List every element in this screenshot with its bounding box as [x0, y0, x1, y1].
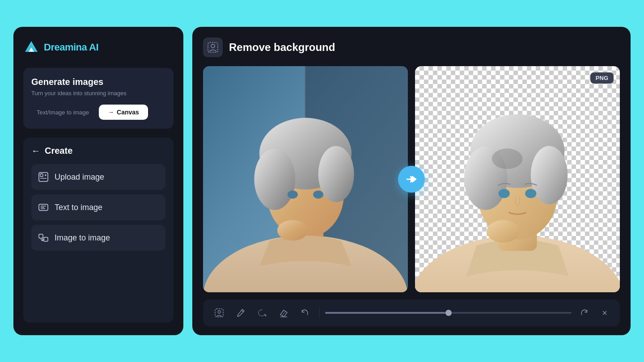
create-label: Create — [45, 146, 72, 156]
logo-icon — [23, 39, 39, 55]
remove-bg-icon — [203, 38, 223, 57]
close-button[interactable]: × — [597, 305, 613, 321]
portrait-right-svg — [415, 66, 620, 292]
brush-tool[interactable] — [232, 304, 250, 322]
undo-tool[interactable] — [296, 304, 314, 322]
panel-header: Remove background — [203, 38, 620, 57]
brush-size-slider[interactable] — [325, 312, 572, 314]
slider-fill — [325, 312, 449, 314]
forward-arrow-button[interactable] — [398, 166, 425, 193]
generate-card: Generate images Turn your ideas into stu… — [23, 68, 174, 129]
toolbar: × — [203, 299, 620, 326]
text-to-image-icon — [38, 202, 48, 212]
generate-card-subtitle: Turn your ideas into stunning images — [31, 90, 165, 97]
upload-image-label: Upload image — [55, 173, 104, 182]
right-panel: Remove background — [192, 27, 631, 335]
create-section: ← Create Upload image — [23, 138, 174, 323]
logo-text: Dreamina AI — [44, 42, 98, 53]
portrait-left-svg — [203, 66, 408, 292]
svg-point-25 — [318, 146, 354, 202]
svg-point-24 — [254, 148, 296, 210]
panel-title: Remove background — [229, 41, 335, 54]
redo-tool[interactable] — [575, 304, 593, 322]
menu-item-upload-image[interactable]: Upload image — [31, 164, 165, 190]
canvas-button[interactable]: → Canvas — [99, 105, 148, 120]
svg-point-35 — [492, 148, 523, 169]
png-badge: PNG — [590, 72, 614, 84]
svg-rect-40 — [215, 309, 223, 317]
lasso-tool[interactable] — [253, 304, 271, 322]
menu-item-image-to-image[interactable]: Image to image — [31, 225, 165, 251]
svg-rect-12 — [39, 234, 43, 238]
svg-point-26 — [288, 190, 298, 198]
create-header: ← Create — [31, 146, 165, 156]
svg-rect-4 — [40, 174, 43, 177]
upload-image-icon — [38, 172, 48, 182]
slider-thumb[interactable] — [445, 310, 452, 316]
eraser-tool[interactable] — [275, 304, 292, 322]
svg-point-34 — [531, 146, 568, 205]
main-container: Dreamina AI Generate images Turn your id… — [0, 0, 644, 362]
svg-line-45 — [282, 311, 285, 316]
svg-line-42 — [242, 310, 243, 312]
text-to-image-label: Text to image — [55, 203, 102, 212]
svg-point-36 — [499, 189, 510, 198]
after-image: PNG — [415, 66, 620, 292]
image-to-image-icon — [38, 233, 48, 243]
sidebar: Dreamina AI Generate images Turn your id… — [13, 27, 183, 335]
svg-point-27 — [313, 190, 323, 198]
person-select-tool[interactable] — [210, 304, 228, 322]
toolbar-separator — [319, 307, 320, 318]
card-buttons: Text/Image to image → Canvas — [31, 105, 165, 120]
text-image-button[interactable]: Text/Image to image — [31, 105, 94, 119]
svg-point-41 — [218, 311, 220, 313]
logo-area: Dreamina AI — [23, 39, 174, 55]
canvas-arrow-icon: → — [108, 109, 114, 116]
back-icon[interactable]: ← — [31, 146, 40, 156]
menu-item-text-to-image[interactable]: Text to image — [31, 194, 165, 220]
svg-point-37 — [525, 189, 536, 198]
svg-point-43 — [265, 315, 267, 316]
image-to-image-label: Image to image — [55, 233, 110, 243]
svg-point-16 — [211, 44, 215, 48]
svg-point-38 — [487, 220, 519, 243]
generate-card-title: Generate images — [31, 77, 165, 87]
images-area: PNG — [203, 66, 620, 292]
before-image — [203, 66, 408, 292]
svg-point-28 — [277, 220, 308, 241]
forward-arrow-icon — [405, 173, 418, 185]
